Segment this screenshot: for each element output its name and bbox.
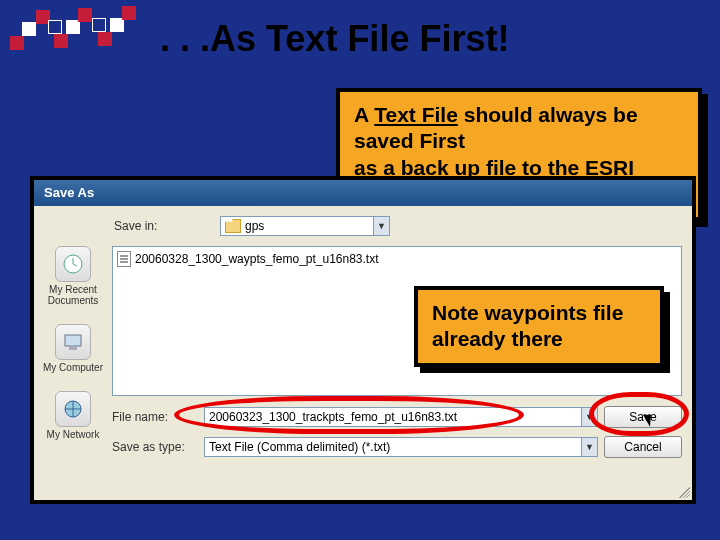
savetype-combo[interactable]: Text File (Comma delimited) (*.txt) ▼	[204, 437, 598, 457]
savetype-label: Save as type:	[112, 440, 198, 454]
filename-input[interactable]: 20060323_1300_trackpts_femo_pt_u16n83.tx…	[204, 407, 598, 427]
chevron-down-icon[interactable]: ▼	[581, 438, 597, 456]
save-button[interactable]: Save	[604, 406, 682, 428]
dialog-titlebar: Save As	[34, 180, 692, 206]
resize-grip-icon	[676, 484, 690, 498]
places-recent[interactable]: My Recent Documents	[42, 246, 104, 306]
list-item[interactable]: 20060328_1300_waypts_femo_pt_u16n83.txt	[117, 251, 677, 267]
places-computer[interactable]: My Computer	[43, 324, 103, 373]
computer-icon	[55, 324, 91, 360]
svg-rect-2	[69, 347, 77, 350]
cancel-button[interactable]: Cancel	[604, 436, 682, 458]
chevron-down-icon[interactable]: ▼	[581, 408, 597, 426]
save-in-combo[interactable]: gps ▼	[220, 216, 390, 236]
svg-rect-1	[65, 335, 81, 346]
save-in-value: gps	[245, 219, 264, 233]
callout-note-waypoints: Note waypoints file already there	[414, 286, 664, 367]
save-in-label: Save in:	[114, 219, 220, 233]
recent-docs-icon	[55, 246, 91, 282]
places-bar: My Recent Documents My Computer My Netwo…	[42, 246, 104, 440]
places-network[interactable]: My Network	[47, 391, 100, 440]
chevron-down-icon[interactable]: ▼	[373, 217, 389, 235]
slide-logo	[8, 8, 148, 68]
text-file-icon	[117, 251, 131, 267]
slide-title: . . .As Text File First!	[160, 18, 509, 60]
filename-label: File name:	[112, 410, 198, 424]
folder-icon	[225, 219, 241, 233]
network-icon	[55, 391, 91, 427]
